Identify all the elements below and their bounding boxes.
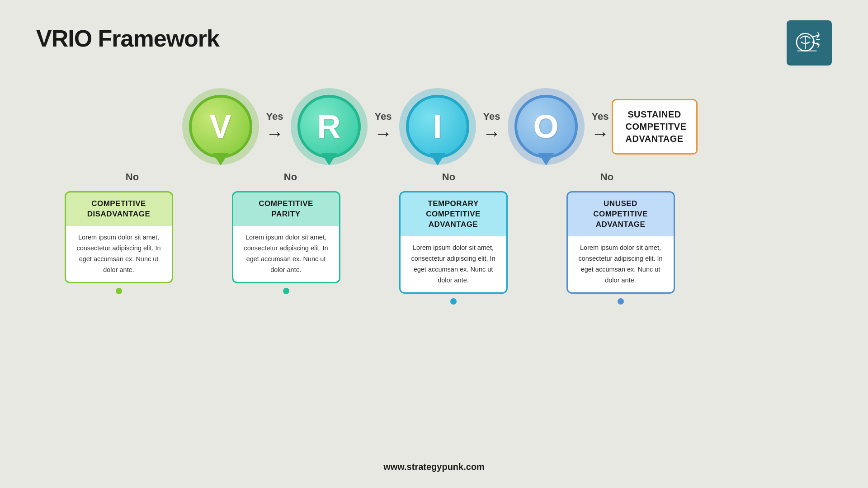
box-r-header: COMPETITIVE PARITY [232, 191, 340, 226]
box-v-header: COMPETITIVE DISADVANTAGE [65, 191, 173, 226]
dot-o [618, 298, 624, 305]
circle-group-i: I [388, 88, 487, 180]
box-i-header: TEMPORARY COMPETITIVE ADVANTAGE [399, 191, 508, 236]
circle-v-outer: V [182, 88, 259, 165]
sustained-box: SUSTAINED COMPETITVE ADVANTAGE [612, 99, 698, 155]
logo-box [787, 20, 832, 66]
yes-label-o: Yes [592, 111, 609, 122]
circle-i-letter: I [433, 108, 442, 145]
info-box-r: COMPETITIVE PARITY Lorem ipsum dolor sit… [232, 191, 340, 294]
circle-i: I [406, 95, 469, 158]
box-r-body: Lorem ipsum dolor sit amet, consectetur … [232, 226, 340, 283]
footer-url: www.strategypunk.com [383, 462, 485, 472]
sustained-box-text: SUSTAINED COMPETITVE ADVANTAGE [626, 108, 684, 145]
no-label-i: No [442, 171, 455, 183]
info-box-v: COMPETITIVE DISADVANTAGE Lorem ipsum dol… [65, 191, 173, 294]
box-i-body: Lorem ipsum dolor sit amet, consectetur … [399, 236, 508, 294]
dot-v [116, 288, 122, 294]
box-v-body: Lorem ipsum dolor sit amet, consectetur … [65, 226, 173, 283]
circle-group-o: O [496, 88, 596, 180]
info-box-i: TEMPORARY COMPETITIVE ADVANTAGE Lorem ip… [399, 191, 508, 305]
circle-o-outer: O [508, 88, 585, 165]
circle-group-v: V [171, 88, 270, 180]
circle-group-r: R [279, 88, 379, 180]
page-title: VRIO Framework [36, 25, 219, 52]
arrow-o-sustained: Yes → [591, 111, 609, 142]
logo-icon [793, 27, 825, 59]
dot-i [450, 298, 457, 305]
box-o-body: Lorem ipsum dolor sit amet, consectetur … [566, 236, 675, 294]
no-label-o: No [600, 171, 613, 183]
circle-r-letter: R [317, 108, 341, 145]
circle-i-outer: I [399, 88, 476, 165]
circle-o-letter: O [533, 108, 558, 145]
circle-r-outer: R [291, 88, 368, 165]
box-o-header: UNUSED COMPETITIVE ADVANTAGE [566, 191, 675, 236]
dot-r [283, 288, 289, 294]
circle-v-letter: V [209, 108, 231, 145]
circle-v: V [189, 95, 252, 158]
info-box-o: UNUSED COMPETITIVE ADVANTAGE Lorem ipsum… [566, 191, 675, 305]
no-label-r: No [284, 171, 297, 183]
circle-r: R [297, 95, 361, 158]
arrow-symbol-o-s: → [591, 124, 609, 142]
no-label-v: No [126, 171, 139, 183]
circle-o: O [514, 95, 578, 158]
